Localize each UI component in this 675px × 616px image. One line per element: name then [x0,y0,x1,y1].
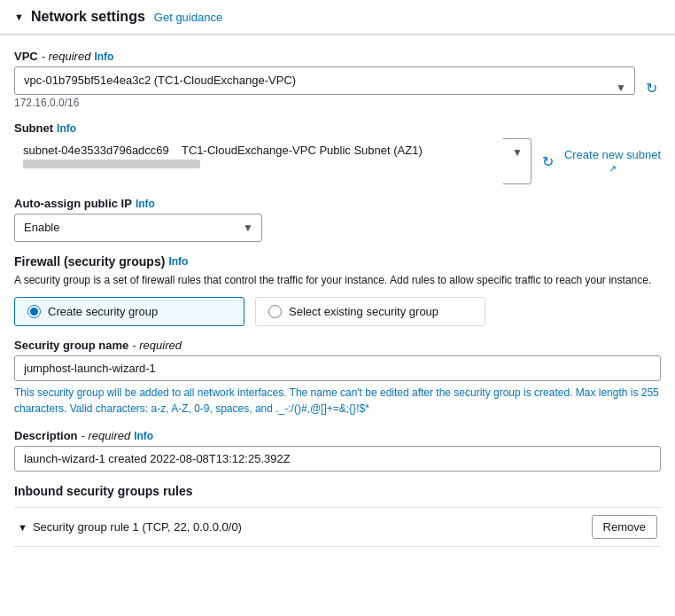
auto-assign-label: Auto-assign public IP Info [14,197,661,210]
rule-chevron-icon: ▼ [18,522,27,533]
description-label: Description - required Info [14,429,661,442]
vpc-refresh-button[interactable]: ↻ [642,76,661,100]
toggle-icon[interactable]: ▼ [14,12,24,22]
auto-assign-info-link[interactable]: Info [136,198,155,210]
get-guidance-link[interactable]: Get guidance [154,11,222,24]
firewall-title: Firewall (security groups) Info [14,254,661,269]
auto-assign-select-row: Enable ▼ [14,214,661,242]
subnet-select-wrapper: subnet-04e3533d796adcc69 TC1-CloudExchan… [14,138,531,184]
security-group-name-label: Security group name - required [14,339,661,352]
rule-toggle[interactable]: ▼ Security group rule 1 (TCP, 22, 0.0.0.… [18,520,242,534]
select-security-group-radio[interactable] [268,305,282,318]
rule-label: Security group rule 1 (TCP, 22, 0.0.0.0/… [33,520,242,534]
subnet-refresh-button[interactable]: ↻ [539,150,557,174]
firewall-section: Firewall (security groups) Info A securi… [14,254,661,326]
vpc-label-text: VPC [14,50,38,63]
description-label-text: Description [14,429,78,442]
auto-assign-select[interactable]: Enable [14,214,262,242]
vpc-select[interactable]: vpc-01b795bf51e4ea3c2 (TC1-CloudExchange… [14,66,635,95]
description-info-link[interactable]: Info [134,430,153,442]
vpc-select-wrapper: vpc-01b795bf51e4ea3c2 (TC1-CloudExchange… [14,66,635,109]
security-group-name-helper: This security group will be added to all… [14,385,661,417]
create-subnet-link[interactable]: Create new subnet ↗ [564,148,661,175]
description-required: - required [81,429,131,442]
subnet-select[interactable] [14,138,531,184]
inbound-rule-row: ▼ Security group rule 1 (TCP, 22, 0.0.0.… [14,508,661,546]
create-security-group-label: Create security group [48,305,158,318]
select-security-group-option[interactable]: Select existing security group [255,297,485,326]
section-title: Network settings [31,9,145,25]
vpc-info-link[interactable]: Info [94,51,113,63]
vpc-field: VPC - required Info vpc-01b795bf51e4ea3c… [14,50,661,109]
subnet-info-link[interactable]: Info [57,122,76,135]
firewall-info-link[interactable]: Info [168,255,188,268]
subnet-select-row: subnet-04e3533d796adcc69 TC1-CloudExchan… [14,138,661,184]
subnet-label-text: Subnet [14,121,53,135]
external-link-icon: ↗ [609,163,617,175]
security-group-name-label-text: Security group name [14,339,128,352]
create-security-group-option[interactable]: Create security group [14,297,244,326]
create-security-group-radio[interactable] [27,305,41,318]
vpc-label: VPC - required Info [14,50,661,63]
vpc-sub-text: 172.16.0.0/16 [14,97,635,109]
inbound-rules-title: Inbound security groups rules [14,484,661,498]
firewall-title-text: Firewall (security groups) [14,254,165,269]
firewall-description: A security group is a set of firewall ru… [14,272,661,288]
remove-rule-button[interactable]: Remove [592,515,657,539]
security-group-name-input[interactable] [14,355,661,381]
select-security-group-label: Select existing security group [289,305,438,318]
auto-assign-field: Auto-assign public IP Info Enable ▼ [14,197,661,242]
auto-assign-select-wrapper: Enable ▼ [14,214,262,242]
security-group-name-field: Security group name - required This secu… [14,339,661,417]
subnet-label: Subnet Info [14,121,661,135]
vpc-required: - required [42,50,91,63]
auto-assign-label-text: Auto-assign public IP [14,197,132,210]
content-area: VPC - required Info vpc-01b795bf51e4ea3c… [0,35,675,561]
network-settings-header: ▼ Network settings Get guidance [0,0,675,35]
inbound-rules-section: Inbound security groups rules ▼ Security… [14,484,661,547]
subnet-field: Subnet Info subnet-04e3533d796adcc69 TC1… [14,121,661,184]
security-group-name-required: - required [132,339,182,352]
vpc-select-row: vpc-01b795bf51e4ea3c2 (TC1-CloudExchange… [14,66,661,109]
firewall-radio-group: Create security group Select existing se… [14,297,661,326]
description-field: Description - required Info [14,429,661,472]
description-input[interactable] [14,446,661,472]
